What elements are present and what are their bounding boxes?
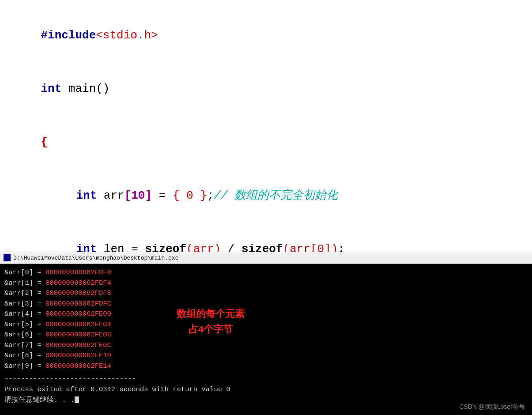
arr-bracket2: ]	[145, 189, 152, 202]
annotation-line1: 数组的每个元素	[177, 306, 245, 321]
term-output-4: &arr[4] = 000000000062FE00	[4, 309, 528, 320]
term-output-5: &arr[5] = 000000000062FE04	[4, 320, 528, 330]
terminal-titlebar: D:\HuaweiMoveData\Users\menghao\Desktop\…	[0, 252, 532, 264]
terminal-icon	[4, 254, 11, 261]
term-process-line: Process exited after 0.0342 seconds with…	[4, 385, 528, 395]
terminal-section: &arr[0] = 000000000062FDF0 &arr[1] = 000…	[0, 264, 532, 415]
div-op: /	[221, 242, 241, 252]
terminal-path: D:\HuaweiMoveData\Users\menghao\Desktop\…	[13, 255, 178, 261]
term-output-1: &arr[1] = 000000000062FDF4	[4, 278, 528, 289]
arr-size: 10	[131, 189, 145, 202]
sizeof-fn2: sizeof	[241, 242, 283, 252]
code-line-5: int len = sizeof(arr) / sizeof(arr[0]);	[13, 223, 519, 252]
csdn-watermark: CSDN @摆脱Loser称号	[459, 402, 525, 411]
term-output-6: &arr[6] = 000000000062FE08	[4, 330, 528, 340]
sizeof-arg2: (arr[0])	[283, 242, 338, 252]
sizeof-arg1: (arr)	[186, 242, 221, 252]
sizeof-fn1: sizeof	[145, 242, 186, 252]
code-line-2: int main()	[13, 62, 519, 116]
keyword-int-len: int	[76, 242, 97, 252]
annotation-box: 数组的每个元素 占4个字节	[177, 306, 245, 337]
arr-var: arr	[97, 189, 124, 202]
term-output-7: &arr[7] = 000000000062FE0C	[4, 340, 528, 351]
term-output-2: &arr[2] = 000000000062FDF8	[4, 288, 528, 299]
term-continue-line: 请按任意键继续. . .	[4, 395, 528, 406]
cursor	[75, 396, 79, 403]
arr-bracket1: [	[125, 189, 132, 202]
arr-init-brace: { 0 }	[173, 189, 207, 202]
len-assign: len =	[97, 242, 145, 252]
code-section: #include<stdio.h> int main() { int arr[1…	[0, 0, 532, 252]
code-line-4: int arr[10] = { 0 };// 数组的不完全初始化	[13, 169, 519, 223]
code-line-1: #include<stdio.h>	[13, 9, 519, 62]
keyword-int-main: int	[41, 82, 61, 95]
annotation-line2: 占4个字节	[177, 321, 245, 337]
term-output-9: &arr[9] = 000000000062FE14	[4, 361, 528, 372]
term-output-3: &arr[3] = 000000000062FDFC	[4, 299, 528, 309]
open-brace-outer: {	[41, 136, 48, 149]
term-output-0: &arr[0] = 000000000062FDF0	[4, 268, 528, 278]
arr-semi: ;	[207, 189, 214, 202]
arr-assign: =	[152, 189, 173, 202]
main-func: main()	[61, 82, 109, 95]
include-keyword: #include	[41, 29, 96, 42]
len-semi: ;	[338, 242, 345, 252]
comment-incomplete-init: // 数组的不完全初始化	[214, 189, 338, 202]
code-line-3: {	[13, 116, 519, 169]
keyword-int-arr: int	[76, 189, 97, 202]
term-output-8: &arr[8] = 000000000062FE10	[4, 351, 528, 361]
include-header: <stdio.h>	[96, 29, 158, 42]
term-separator: --------------------------------	[4, 374, 528, 385]
